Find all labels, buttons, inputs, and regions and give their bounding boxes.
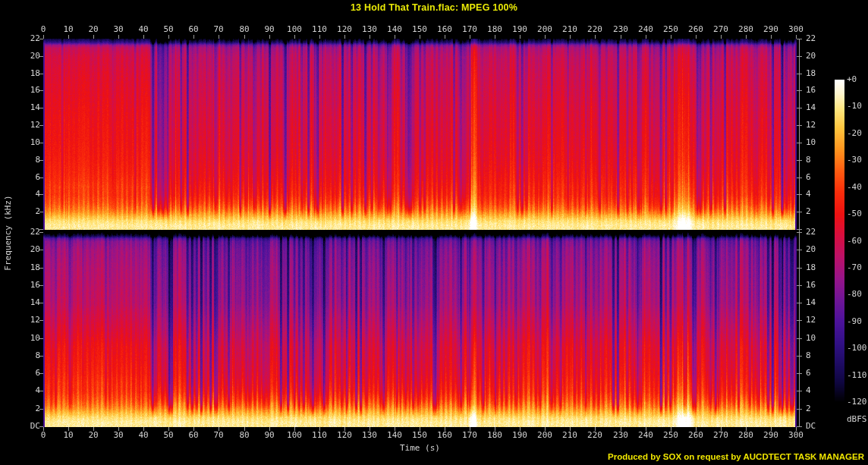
y-axis-dc-label-left: DC — [17, 422, 40, 431]
y-axis-tick-label-left: 6 — [17, 369, 40, 378]
y-axis-tick-label-left: 22 — [17, 228, 40, 237]
y-axis-tick-label-right: 16 — [806, 281, 836, 290]
colorbar-tick-label: -120 — [847, 397, 868, 407]
colorbar-tick-label: -10 — [847, 102, 868, 111]
y-axis-tick-label-right: 6 — [806, 173, 836, 182]
y-axis-tick-label-left: 12 — [17, 121, 40, 130]
colorbar-tick-label: -30 — [847, 156, 868, 165]
y-axis-tick-label-left: 6 — [17, 173, 40, 182]
y-axis-tick-label-left: 16 — [17, 86, 40, 95]
y-axis-tick-label-left: 20 — [17, 52, 40, 61]
colorbar-tick-label: -50 — [847, 209, 868, 218]
y-axis-tick-label-left: 16 — [17, 281, 40, 290]
y-axis-tick-label-right: 16 — [806, 86, 836, 95]
y-axis-tick-label-right: 18 — [806, 69, 836, 78]
y-axis-tick-label-left: 18 — [17, 69, 40, 78]
y-axis-tick-label-left: 14 — [17, 103, 40, 112]
y-axis-tick-label-right: 22 — [806, 228, 836, 237]
y-axis-tick-label-left: 4 — [17, 190, 40, 199]
y-axis-tick-label-right: 8 — [806, 156, 836, 165]
y-axis-tick-label-left: 14 — [17, 298, 40, 307]
colorbar-tick-label: -90 — [847, 317, 868, 326]
y-axis-tick-label-right: 10 — [806, 334, 836, 343]
y-axis-title: Frequency (kHz) — [3, 195, 13, 270]
y-axis-tick-label-right: 4 — [806, 190, 836, 199]
colorbar-tick-label: -40 — [847, 183, 868, 192]
colorbar-tick-label: -80 — [847, 290, 868, 299]
colorbar-tick-label: -100 — [847, 344, 868, 353]
y-axis-tick-label-left: 2 — [17, 404, 40, 413]
y-axis-tick-label-right: 2 — [806, 404, 836, 413]
spectrogram-window: 13 Hold That Train.flac: MPEG 100% 00101… — [0, 0, 868, 465]
spectrogram-canvas — [0, 0, 868, 465]
colorbar-tick-label: -70 — [847, 263, 868, 272]
y-axis-tick-label-left: 10 — [17, 138, 40, 147]
chart-title: 13 Hold That Train.flac: MPEG 100% — [0, 2, 868, 13]
y-axis-tick-label-left: 8 — [17, 156, 40, 165]
y-axis-tick-label-left: 18 — [17, 263, 40, 272]
y-axis-tick-label-right: 2 — [806, 207, 836, 216]
y-axis-tick-label-left: 4 — [17, 386, 40, 395]
colorbar-tick-label: -110 — [847, 371, 868, 380]
y-axis-tick-label-right: 14 — [806, 298, 836, 307]
y-axis-tick-label-right: 10 — [806, 138, 836, 147]
y-axis-tick-label-right: 20 — [806, 52, 836, 61]
y-axis-tick-label-right: 12 — [806, 121, 836, 130]
y-axis-tick-label-right: 20 — [806, 245, 836, 254]
x-axis-tick-label: 300 — [781, 431, 811, 440]
y-axis-tick-label-right: 12 — [806, 316, 836, 325]
y-axis-dc-label-right: DC — [806, 422, 836, 431]
y-axis-tick-label-left: 20 — [17, 245, 40, 254]
y-axis-tick-label-right: 4 — [806, 386, 836, 395]
y-axis-tick-label-right: 22 — [806, 34, 836, 43]
y-axis-tick-label-right: 14 — [806, 103, 836, 112]
colorbar-tick-label: -60 — [847, 237, 868, 246]
y-axis-tick-label-right: 8 — [806, 351, 836, 360]
y-axis-tick-label-left: 8 — [17, 351, 40, 360]
y-axis-tick-label-left: 10 — [17, 334, 40, 343]
colorbar-unit-label: dBFS — [847, 414, 867, 424]
colorbar-tick-label: +0 — [847, 75, 868, 84]
colorbar-tick-label: -20 — [847, 129, 868, 138]
y-axis-tick-label-right: 6 — [806, 369, 836, 378]
y-axis-tick-label-left: 12 — [17, 316, 40, 325]
credit-text: Produced by SOX on request by AUCDTECT T… — [608, 452, 864, 461]
y-axis-tick-label-left: 2 — [17, 207, 40, 216]
y-axis-tick-label-left: 22 — [17, 34, 40, 43]
y-axis-tick-label-right: 18 — [806, 263, 836, 272]
